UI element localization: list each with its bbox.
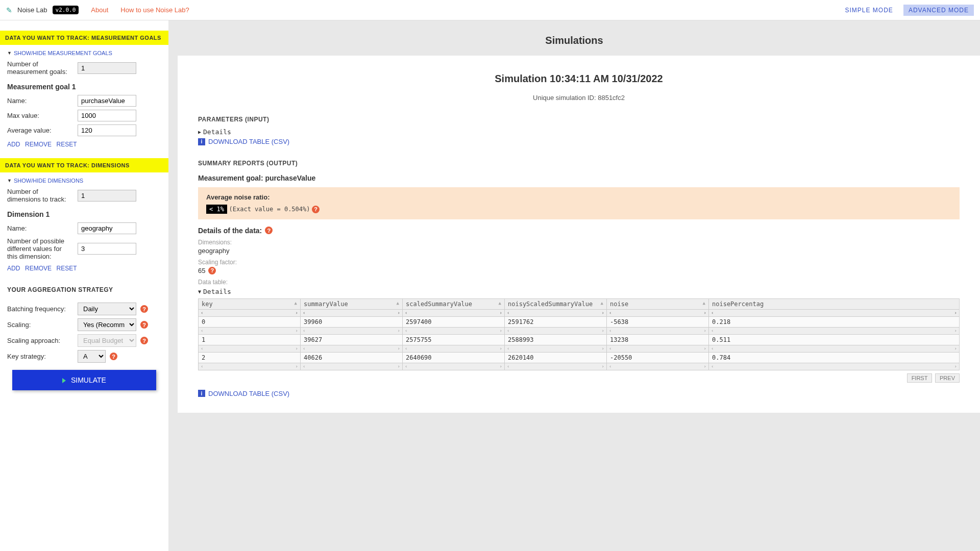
scaling-select[interactable]: Yes (Recommended) [78, 318, 136, 331]
noise-title: Average noise ratio: [206, 193, 951, 201]
filter-cell[interactable] [505, 309, 607, 316]
details-of-data-label: Details of the data: ? [198, 227, 960, 235]
dim1-name-input[interactable] [78, 222, 136, 234]
dims-remove-button[interactable]: REMOVE [25, 265, 52, 272]
scaling-label: Scaling: [7, 321, 74, 329]
info-icon: i [198, 390, 205, 397]
batching-label: Batching frequency: [7, 305, 74, 313]
spacer-cell [607, 327, 709, 334]
chevron-right-icon: ▶ [198, 129, 201, 135]
filter-cell[interactable] [709, 309, 960, 316]
table-cell: 13238 [607, 334, 709, 345]
spacer-cell [709, 363, 960, 370]
simulate-button[interactable]: SIMULATE [12, 370, 156, 390]
tab-advanced-mode[interactable]: ADVANCED MODE [903, 5, 974, 16]
col-noisy-scaled-summary-value[interactable]: noisyScaledSummaryValue▲ [505, 298, 607, 309]
info-icon: i [198, 138, 205, 145]
approach-select: Equal Budget Split [78, 334, 136, 347]
col-key[interactable]: key▲ [199, 298, 301, 309]
spacer-cell [301, 327, 403, 334]
help-icon[interactable]: ? [208, 267, 216, 274]
goals-remove-button[interactable]: REMOVE [25, 141, 52, 148]
data-table: key▲ summaryValue▲ scaledSummaryValue▲ n… [198, 298, 960, 370]
spacer-cell [709, 327, 960, 334]
keystrat-label: Key strategy: [7, 353, 74, 360]
col-scaled-summary-value[interactable]: scaledSummaryValue▲ [403, 298, 505, 309]
batching-select[interactable]: Daily [78, 303, 136, 315]
goal1-name-input[interactable] [78, 95, 136, 107]
dim1-count-label: Number of possible different values for … [7, 237, 74, 260]
help-icon[interactable]: ? [110, 353, 117, 360]
num-goals-input [78, 62, 136, 74]
topbar: ✎ Noise Lab v2.0.0 About How to use Nois… [0, 0, 980, 20]
table-cell: 2640690 [403, 352, 505, 363]
dim1-heading: Dimension 1 [7, 210, 161, 218]
goal1-max-label: Max value: [7, 112, 74, 119]
noise-ratio-box: Average noise ratio: < 1% (Exact value =… [198, 187, 960, 219]
col-noise-percentage[interactable]: noisePercentag [709, 298, 960, 309]
help-icon[interactable]: ? [312, 206, 320, 213]
params-details-toggle[interactable]: ▶ Details [198, 128, 960, 136]
keystrat-select[interactable]: A [78, 350, 106, 363]
table-row: 24062626406902620140-205500.784 [199, 352, 960, 363]
filter-cell[interactable] [607, 309, 709, 316]
filter-cell[interactable] [199, 309, 301, 316]
table-cell: 0.218 [709, 316, 960, 327]
table-cell: 0 [199, 316, 301, 327]
section-dimensions: DATA YOU WANT TO TRACK: DIMENSIONS [0, 158, 168, 172]
help-icon[interactable]: ? [140, 337, 148, 344]
goal1-avg-input[interactable] [78, 124, 136, 136]
goals-add-button[interactable]: ADD [7, 141, 20, 148]
table-cell: 2591762 [505, 316, 607, 327]
col-summary-value[interactable]: summaryValue▲ [301, 298, 403, 309]
dims-add-button[interactable]: ADD [7, 265, 20, 272]
scaling-factor-value: 65 ? [198, 267, 960, 274]
toggle-dims[interactable]: ▼ SHOW/HIDE DIMENSIONS [7, 178, 161, 184]
about-link[interactable]: About [91, 6, 108, 14]
table-cell: 2588993 [505, 334, 607, 345]
spacer-cell [403, 327, 505, 334]
col-noise[interactable]: noise▲ [607, 298, 709, 309]
spacer-cell [607, 363, 709, 370]
spacer-cell [199, 363, 301, 370]
help-icon[interactable]: ? [140, 305, 148, 313]
simulation-id: Unique simulation ID: 8851cfc2 [198, 94, 960, 102]
spacer-cell [505, 327, 607, 334]
howto-link[interactable]: How to use Noise Lab? [120, 6, 189, 14]
download-label: DOWNLOAD TABLE (CSV) [208, 390, 289, 397]
dims-reset-button[interactable]: RESET [57, 265, 77, 272]
help-icon[interactable]: ? [140, 321, 148, 329]
play-icon [62, 378, 66, 383]
tab-simple-mode[interactable]: SIMPLE MODE [840, 5, 898, 16]
download-params-csv[interactable]: i DOWNLOAD TABLE (CSV) [198, 138, 960, 145]
filter-cell[interactable] [301, 309, 403, 316]
help-icon[interactable]: ? [265, 227, 273, 234]
spacer-cell [403, 345, 505, 352]
table-cell: 0.784 [709, 352, 960, 363]
dim1-count-input[interactable] [78, 243, 136, 255]
dimensions-meta-value: geography [198, 247, 960, 255]
dimensions-meta-label: Dimensions: [198, 239, 960, 246]
spacer-cell [199, 345, 301, 352]
table-cell: -5638 [607, 316, 709, 327]
section-aggregation: YOUR AGGREGATION STRATEGY [7, 282, 161, 297]
table-cell: 2 [199, 352, 301, 363]
filter-cell[interactable] [403, 309, 505, 316]
table-cell: 1 [199, 334, 301, 345]
toggle-goals[interactable]: ▼ SHOW/HIDE MEASUREMENT GOALS [7, 50, 161, 56]
datatable-details-toggle[interactable]: ▼ Details [198, 288, 960, 295]
table-cell: 39627 [301, 334, 403, 345]
num-dims-label: Number of dimensions to track: [7, 188, 74, 203]
pager-prev-button[interactable]: PREV [935, 373, 960, 383]
content-area: Simulations Simulation 10:34:11 AM 10/31… [168, 20, 980, 551]
chevron-down-icon: ▼ [7, 178, 12, 183]
goal1-max-input[interactable] [78, 110, 136, 121]
details-label: Details [203, 128, 231, 136]
datatable-meta-label: Data table: [198, 279, 960, 286]
app-name: Noise Lab [17, 6, 47, 14]
toggle-goals-label: SHOW/HIDE MEASUREMENT GOALS [14, 50, 112, 56]
pager-first-button[interactable]: FIRST [907, 373, 933, 383]
goals-reset-button[interactable]: RESET [57, 141, 77, 148]
spacer-cell [403, 363, 505, 370]
download-summary-csv[interactable]: i DOWNLOAD TABLE (CSV) [198, 390, 960, 397]
